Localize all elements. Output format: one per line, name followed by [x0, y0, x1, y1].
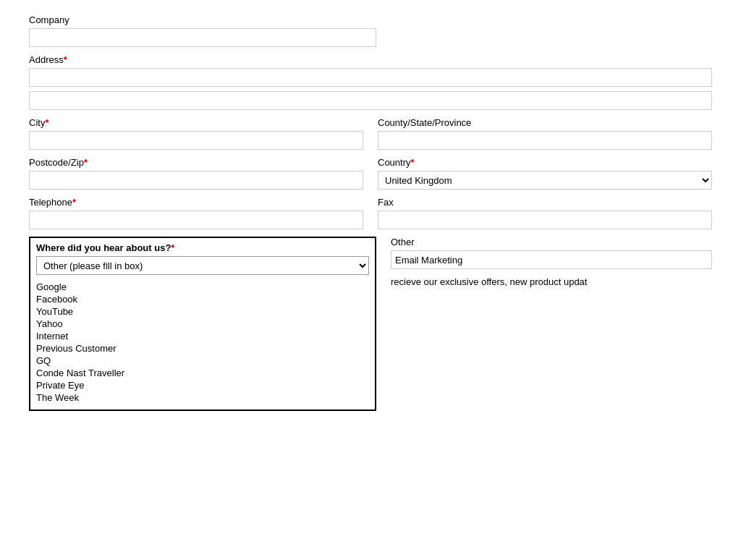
- county-input[interactable]: [378, 131, 712, 150]
- list-item-private-eye[interactable]: Private Eye: [36, 379, 369, 391]
- list-item-yahoo[interactable]: Yahoo: [36, 318, 369, 330]
- city-col: City*: [29, 117, 363, 150]
- fax-col: Fax: [378, 197, 712, 229]
- telephone-col: Telephone*: [29, 197, 363, 229]
- telephone-label: Telephone*: [29, 197, 363, 208]
- list-item-google[interactable]: Google: [36, 281, 369, 293]
- country-col: Country* United Kingdom United States Ca…: [378, 157, 712, 190]
- country-label: Country*: [378, 157, 712, 168]
- list-item-previous-customer[interactable]: Previous Customer: [36, 342, 369, 355]
- hear-about-us-label: Where did you hear about us?*: [30, 238, 375, 256]
- registration-form: Company Address* City* County/State/Prov…: [29, 14, 712, 411]
- company-label: Company: [29, 14, 712, 25]
- postcode-col: Postcode/Zip*: [29, 157, 363, 190]
- city-required-star: *: [45, 117, 48, 128]
- list-item-internet[interactable]: Internet: [36, 330, 369, 342]
- country-required-star: *: [411, 157, 415, 168]
- newsletter-text: recieve our exclusive offers, new produc…: [391, 276, 712, 287]
- postcode-input[interactable]: [29, 171, 363, 190]
- county-label: County/State/Province: [378, 117, 712, 128]
- list-item-facebook[interactable]: Facebook: [36, 293, 369, 305]
- list-item-conde-nast[interactable]: Conde Nast Traveller: [36, 367, 369, 379]
- telephone-required-star: *: [72, 197, 76, 208]
- address-required-star: *: [64, 54, 67, 65]
- other-newsletter-col: Other recieve our exclusive offers, new …: [391, 237, 712, 287]
- address-label: Address*: [29, 54, 712, 65]
- country-select[interactable]: United Kingdom United States Canada Aust…: [378, 171, 712, 190]
- address-line2-input[interactable]: [29, 91, 712, 110]
- hear-other-row: Where did you hear about us?* Other (ple…: [29, 237, 712, 411]
- postcode-label: Postcode/Zip*: [29, 157, 363, 168]
- list-item-gq[interactable]: GQ: [36, 355, 369, 367]
- company-row: Company: [29, 14, 712, 47]
- address-line1-input[interactable]: [29, 68, 712, 87]
- city-label: City*: [29, 117, 363, 128]
- city-county-row: City* County/State/Province: [29, 117, 712, 150]
- list-item-youtube[interactable]: YouTube: [36, 305, 369, 318]
- list-item-the-week[interactable]: The Week: [36, 391, 369, 404]
- county-col: County/State/Province: [378, 117, 712, 150]
- company-input[interactable]: [29, 28, 376, 47]
- city-input[interactable]: [29, 131, 363, 150]
- hear-about-us-select[interactable]: Other (please fill in box) Google Facebo…: [36, 256, 369, 275]
- hear-about-us-select-row: Other (please fill in box) Google Facebo…: [30, 256, 375, 278]
- other-input[interactable]: [391, 250, 712, 269]
- postcode-required-star: *: [84, 157, 88, 168]
- postcode-country-row: Postcode/Zip* Country* United Kingdom Un…: [29, 157, 712, 190]
- other-label: Other: [391, 237, 712, 247]
- fax-input[interactable]: [378, 211, 712, 229]
- hear-about-us-dropdown-list: Google Facebook YouTube Yahoo Internet P…: [30, 278, 375, 410]
- fax-label: Fax: [378, 197, 712, 208]
- address-row: Address*: [29, 54, 712, 110]
- telephone-fax-row: Telephone* Fax: [29, 197, 712, 229]
- hear-about-us-container: Where did you hear about us?* Other (ple…: [29, 237, 376, 411]
- telephone-input[interactable]: [29, 211, 363, 229]
